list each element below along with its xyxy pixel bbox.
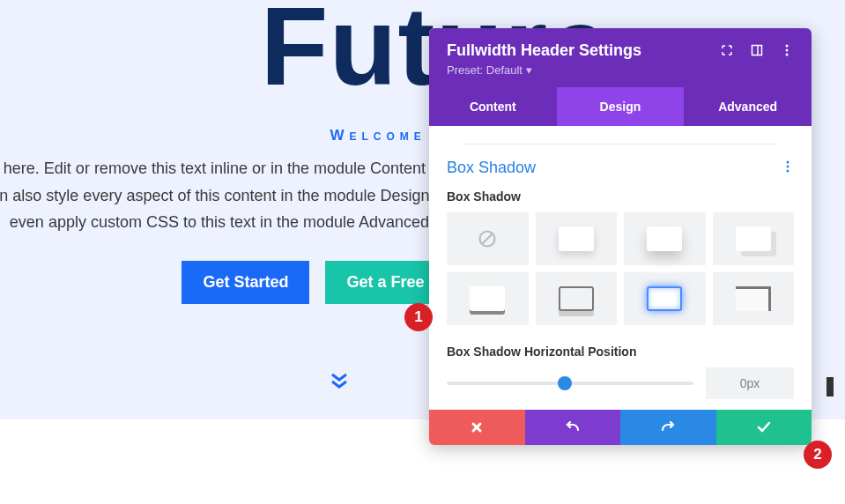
tab-content[interactable]: Content xyxy=(429,87,557,126)
svg-line-9 xyxy=(482,233,493,244)
shadow-preset-3[interactable] xyxy=(713,212,795,265)
panel-title: Fullwidth Header Settings xyxy=(447,41,641,60)
panel-body: Box Shadow Box Shadow Box Shadow Horizon… xyxy=(429,126,812,410)
side-handle[interactable] xyxy=(826,377,834,397)
tab-design[interactable]: Design xyxy=(557,87,685,126)
save-button[interactable] xyxy=(716,410,812,445)
get-started-button[interactable]: Get Started xyxy=(182,261,309,304)
shadow-preset-4[interactable] xyxy=(447,272,529,325)
expand-icon[interactable] xyxy=(720,43,734,57)
box-shadow-option-label: Box Shadow xyxy=(447,189,794,204)
svg-point-4 xyxy=(786,54,789,56)
svg-point-6 xyxy=(787,165,789,167)
annotation-2: 2 xyxy=(804,441,832,469)
divider xyxy=(464,144,776,145)
section-title-box-shadow: Box Shadow xyxy=(447,159,536,177)
svg-point-5 xyxy=(787,160,789,163)
shadow-preset-1[interactable] xyxy=(536,212,618,265)
preset-dropdown[interactable]: Preset: Default ▾ xyxy=(447,63,641,77)
horizontal-position-label: Box Shadow Horizontal Position xyxy=(447,345,794,359)
snap-icon[interactable] xyxy=(750,43,764,57)
settings-panel: Fullwidth Header Settings Preset: Defaul… xyxy=(429,28,812,445)
annotation-1: 1 xyxy=(404,303,433,331)
shadow-preset-6[interactable] xyxy=(624,272,706,325)
svg-point-2 xyxy=(786,45,789,48)
shadow-preset-2[interactable] xyxy=(624,212,706,265)
horizontal-position-slider[interactable] xyxy=(447,382,693,385)
cancel-button[interactable] xyxy=(429,410,525,445)
horizontal-position-value[interactable]: 0px xyxy=(706,367,794,399)
tab-advanced[interactable]: Advanced xyxy=(684,87,812,126)
shadow-preset-5[interactable] xyxy=(536,272,618,325)
panel-header: Fullwidth Header Settings Preset: Defaul… xyxy=(429,28,812,87)
svg-point-3 xyxy=(786,49,789,52)
panel-kebab-icon[interactable] xyxy=(780,43,794,57)
redo-button[interactable] xyxy=(620,410,716,445)
slider-thumb[interactable] xyxy=(558,376,572,390)
svg-rect-0 xyxy=(752,46,762,56)
shadow-preset-none[interactable] xyxy=(447,212,529,265)
section-kebab-icon[interactable] xyxy=(782,160,794,176)
panel-footer xyxy=(429,410,812,445)
svg-point-7 xyxy=(787,169,789,172)
shadow-preset-7[interactable] xyxy=(713,272,795,325)
undo-button[interactable] xyxy=(525,410,621,445)
panel-tabs: Content Design Advanced xyxy=(429,87,812,126)
box-shadow-preset-grid xyxy=(447,212,794,325)
